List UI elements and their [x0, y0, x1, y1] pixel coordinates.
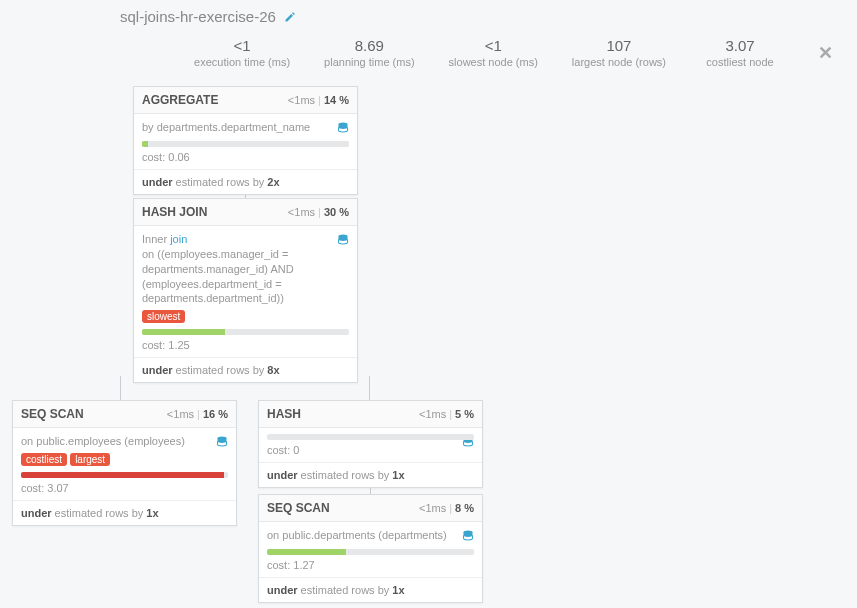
plan-title: sql-joins-hr-exercise-26: [120, 8, 276, 25]
database-icon[interactable]: [337, 234, 349, 246]
stat-slowest: <1slowest node (ms): [449, 37, 538, 68]
estimate-row: under estimated rows by 2x: [134, 170, 357, 194]
database-icon[interactable]: [337, 122, 349, 134]
pencil-icon[interactable]: [284, 9, 296, 24]
estimate-row: under estimated rows by 1x: [259, 463, 482, 487]
cost-bar: [21, 472, 228, 478]
node-aggregate[interactable]: AGGREGATE <1ms|14 % by departments.depar…: [133, 86, 358, 195]
database-icon[interactable]: [216, 436, 228, 448]
node-meta: <1ms|14 %: [288, 94, 349, 106]
node-hash[interactable]: HASH <1ms|5 % cost: 0 under estimated ro…: [258, 400, 483, 488]
node-detail: by departments.department_name cost: 0.0…: [134, 114, 357, 170]
estimate-row: under estimated rows by 1x: [13, 501, 236, 525]
stat-plan-time: 8.69planning time (ms): [324, 37, 414, 68]
node-detail: on public.departments (departments) cost…: [259, 522, 482, 578]
node-meta: <1ms|30 %: [288, 206, 349, 218]
cost-label: cost: 1.25: [142, 339, 349, 351]
header: sql-joins-hr-exercise-26: [0, 0, 857, 25]
node-header: HASH <1ms|5 %: [259, 401, 482, 428]
cost-bar: [267, 434, 474, 440]
node-header: AGGREGATE <1ms|14 %: [134, 87, 357, 114]
badges: costliestlargest: [21, 453, 228, 466]
node-name: HASH JOIN: [142, 205, 207, 219]
cost-label: cost: 0.06: [142, 151, 349, 163]
node-detail: Inner joinon ((employees.manager_id = de…: [134, 226, 357, 358]
stat-costliest: 3.07costliest node: [700, 37, 780, 68]
node-meta: <1ms|8 %: [419, 502, 474, 514]
node-header: SEQ SCAN <1ms|16 %: [13, 401, 236, 428]
cost-bar: [267, 549, 474, 555]
cost-label: cost: 3.07: [21, 482, 228, 494]
node-header: SEQ SCAN <1ms|8 %: [259, 495, 482, 522]
close-icon[interactable]: ✕: [818, 42, 833, 64]
badge-slowest: slowest: [142, 310, 185, 323]
stats-bar: <1execution time (ms) 8.69planning time …: [0, 25, 857, 86]
plan-canvas: AGGREGATE <1ms|14 % by departments.depar…: [0, 86, 857, 606]
badge-costliest: costliest: [21, 453, 67, 466]
node-detail: on public.employees (employees) costlies…: [13, 428, 236, 501]
node-meta: <1ms|16 %: [167, 408, 228, 420]
node-header: HASH JOIN <1ms|30 %: [134, 199, 357, 226]
node-detail: cost: 0: [259, 428, 482, 463]
database-icon[interactable]: [462, 530, 474, 542]
node-name: HASH: [267, 407, 301, 421]
estimate-row: under estimated rows by 8x: [134, 358, 357, 382]
cost-bar: [142, 329, 349, 335]
node-seq-scan-departments[interactable]: SEQ SCAN <1ms|8 % on public.departments …: [258, 494, 483, 603]
node-seq-scan-employees[interactable]: SEQ SCAN <1ms|16 % on public.employees (…: [12, 400, 237, 526]
node-name: SEQ SCAN: [267, 501, 330, 515]
stat-exec-time: <1execution time (ms): [194, 37, 290, 68]
node-hash-join[interactable]: HASH JOIN <1ms|30 % Inner joinon ((emplo…: [133, 198, 358, 383]
badges: slowest: [142, 310, 349, 323]
node-name: SEQ SCAN: [21, 407, 84, 421]
badge-largest: largest: [70, 453, 110, 466]
estimate-row: under estimated rows by 1x: [259, 578, 482, 602]
cost-label: cost: 1.27: [267, 559, 474, 571]
cost-label: cost: 0: [267, 444, 474, 456]
node-name: AGGREGATE: [142, 93, 218, 107]
cost-bar: [142, 141, 349, 147]
node-meta: <1ms|5 %: [419, 408, 474, 420]
stat-largest: 107largest node (rows): [572, 37, 666, 68]
